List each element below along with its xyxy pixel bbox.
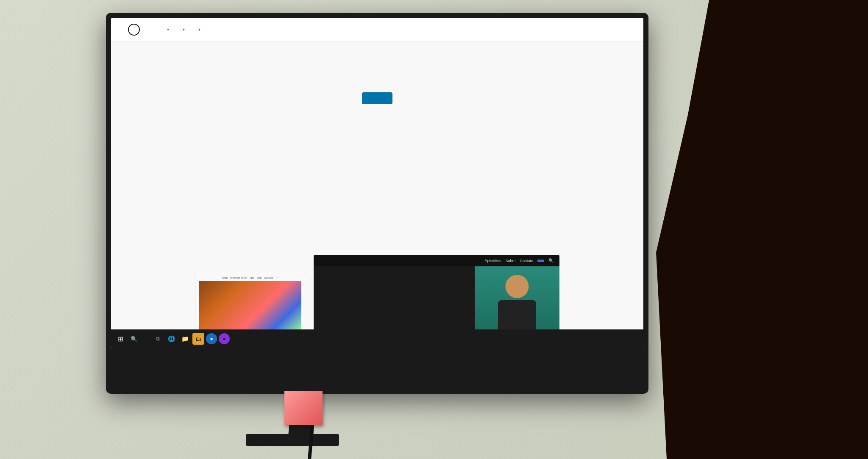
nav-plans-pricing[interactable] — [207, 27, 217, 32]
taskbar-multitask-icon[interactable]: ⧉ — [152, 333, 164, 345]
kelsey-art-image — [199, 281, 301, 332]
taskbar-start[interactable]: ⊞ — [114, 333, 126, 345]
resumido-nav-links: Episódios Sobre Contato 🔍 — [484, 258, 554, 263]
resumido-episodes: Episódios — [484, 259, 501, 263]
monitor-shell: ▾ ▾ ▾ — [106, 13, 648, 394]
nav-features[interactable]: ▾ — [176, 25, 190, 34]
monitor-stand-base — [246, 434, 339, 446]
wordpress-logo[interactable] — [128, 24, 143, 36]
taskbar-app2-icon[interactable]: ● — [219, 333, 230, 344]
nav-features-chevron: ▾ — [183, 27, 185, 32]
ks-link-shop: Shop — [222, 277, 228, 279]
start-website-button[interactable] — [362, 92, 392, 104]
nav-resources[interactable]: ▾ — [192, 25, 206, 34]
resumido-contato: Contato — [520, 259, 533, 263]
resumido-nav: Episódios Sobre Contato 🔍 — [314, 255, 559, 266]
hero-section: Shop Meet the Team App Map Schools ••• — [111, 41, 643, 348]
kelsey-art-links: Shop Meet the Team App Map Schools ••• — [199, 277, 301, 279]
nav-links: ▾ ▾ ▾ — [160, 25, 626, 34]
wordpress-site: ▾ ▾ ▾ — [111, 18, 643, 348]
taskbar-files-icon[interactable]: 📁 — [179, 333, 191, 345]
resumido-cta[interactable] — [537, 260, 544, 262]
taskbar: ⊞ 🔍 ⧉ 🌐 📁 🗂 ● ● — [111, 329, 643, 348]
person-silhouette — [656, 0, 868, 459]
monitor-screen: ▾ ▾ ▾ — [111, 18, 643, 348]
ks-link-team: Meet the Team — [230, 277, 247, 279]
nav-products-chevron: ▾ — [167, 27, 169, 32]
person-background — [614, 0, 868, 459]
monitor-bezel — [111, 348, 643, 385]
resumido-sobre: Sobre — [505, 259, 515, 263]
ks-link-schools: Schools — [264, 277, 273, 279]
ks-link-dots: ••• — [276, 277, 278, 279]
site-nav: ▾ ▾ ▾ — [111, 18, 643, 41]
taskbar-app1-icon[interactable]: ● — [206, 333, 217, 344]
sticky-note — [284, 391, 323, 425]
taskbar-search[interactable]: 🔍 — [128, 333, 140, 345]
nav-resources-chevron: ▾ — [198, 27, 200, 32]
person-head — [506, 275, 529, 298]
resumido-search-icon[interactable]: 🔍 — [548, 258, 554, 263]
ks-link-map: Map — [256, 277, 262, 279]
nav-products[interactable]: ▾ — [160, 25, 174, 34]
wp-logo-icon — [128, 24, 140, 36]
taskbar-chrome-icon[interactable]: 🌐 — [165, 333, 177, 345]
taskbar-folder-icon[interactable]: 🗂 — [192, 333, 204, 345]
ks-link-app: App — [250, 277, 254, 279]
